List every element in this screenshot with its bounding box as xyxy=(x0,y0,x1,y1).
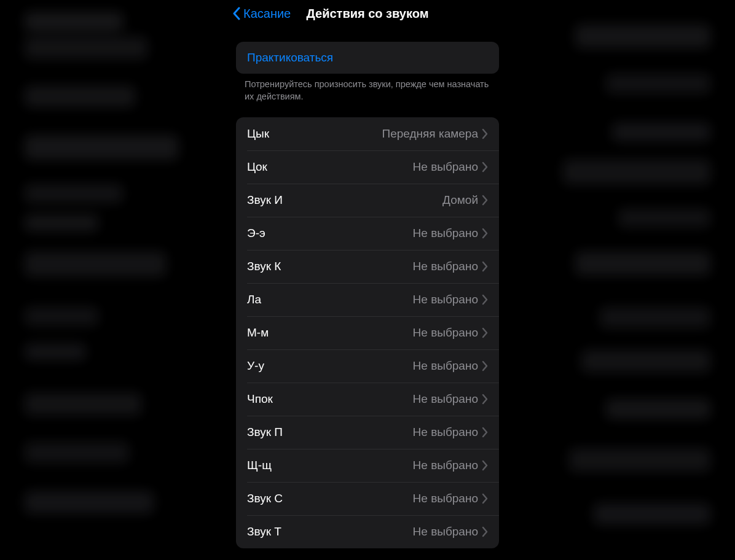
chevron-right-icon xyxy=(482,228,488,239)
sound-row[interactable]: ЛаНе выбрано xyxy=(236,283,499,316)
sound-value: Домой xyxy=(283,193,482,207)
sound-row[interactable]: Щ-щНе выбрано xyxy=(236,449,499,482)
sound-name: Э-э xyxy=(247,227,265,240)
sound-row[interactable]: Звук КНе выбрано xyxy=(236,250,499,283)
chevron-right-icon xyxy=(482,427,488,438)
sound-value: Не выбрано xyxy=(281,260,482,273)
chevron-right-icon xyxy=(482,394,488,405)
chevron-right-icon xyxy=(482,526,488,537)
sound-row[interactable]: Звук ИДомой xyxy=(236,184,499,217)
chevron-right-icon xyxy=(482,360,488,371)
chevron-right-icon xyxy=(482,460,488,471)
sound-value: Не выбрано xyxy=(283,426,482,439)
chevron-right-icon xyxy=(482,294,488,305)
sound-name: Звук С xyxy=(247,492,283,505)
sound-name: Звук К xyxy=(247,260,281,273)
chevron-right-icon xyxy=(482,128,488,139)
sound-value: Не выбрано xyxy=(273,392,482,406)
sound-row[interactable]: Звук СНе выбрано xyxy=(236,482,499,515)
sound-row[interactable]: Э-эНе выбрано xyxy=(236,217,499,250)
practice-label: Практиковаться xyxy=(247,51,333,64)
sound-row[interactable]: М-мНе выбрано xyxy=(236,316,499,349)
background-blur-right xyxy=(514,0,735,560)
practice-button[interactable]: Практиковаться xyxy=(236,42,499,74)
sound-name: У-у xyxy=(247,359,264,373)
sound-name: Ла xyxy=(247,293,261,306)
sound-row[interactable]: ЧпокНе выбрано xyxy=(236,383,499,416)
sound-value: Не выбрано xyxy=(281,525,482,539)
phone-screen: Касание Действия со звуком Практиковатьс… xyxy=(226,0,509,560)
sound-row[interactable]: ЦокНе выбрано xyxy=(236,150,499,184)
sound-value: Не выбрано xyxy=(261,293,482,306)
chevron-right-icon xyxy=(482,161,488,173)
sound-value: Передняя камера xyxy=(269,127,482,141)
background-blur-left xyxy=(0,0,221,560)
sound-value: Не выбрано xyxy=(265,227,482,240)
sound-row[interactable]: У-уНе выбрано xyxy=(236,349,499,383)
chevron-right-icon xyxy=(482,327,488,338)
back-button[interactable]: Касание xyxy=(232,7,291,21)
sound-name: Звук И xyxy=(247,193,283,207)
sound-name: Цок xyxy=(247,160,267,174)
sound-value: Не выбрано xyxy=(269,326,482,340)
sound-row[interactable]: Звук ПНе выбрано xyxy=(236,416,499,449)
sound-name: Чпок xyxy=(247,392,273,406)
sound-value: Не выбрано xyxy=(264,359,482,373)
chevron-right-icon xyxy=(482,195,488,206)
chevron-right-icon xyxy=(482,493,488,504)
sound-name: Щ-щ xyxy=(247,459,272,472)
sound-value: Не выбрано xyxy=(283,492,482,505)
navigation-bar: Касание Действия со звуком xyxy=(226,0,509,27)
sound-name: Звук Т xyxy=(247,525,281,539)
sound-name: М-м xyxy=(247,326,269,340)
chevron-left-icon xyxy=(232,7,241,20)
sounds-group: ЦыкПередняя камераЦокНе выбраноЗвук ИДом… xyxy=(236,117,499,548)
sound-name: Цык xyxy=(247,127,269,141)
sound-row[interactable]: Звук ТНе выбрано xyxy=(236,515,499,548)
sound-name: Звук П xyxy=(247,426,283,439)
sound-value: Не выбрано xyxy=(272,459,482,472)
back-label: Касание xyxy=(243,7,291,21)
practice-footer: Потренируйтесь произносить звуки, прежде… xyxy=(245,79,490,103)
sound-row[interactable]: ЦыкПередняя камера xyxy=(236,117,499,150)
chevron-right-icon xyxy=(482,261,488,272)
practice-group: Практиковаться xyxy=(236,42,499,74)
sound-value: Не выбрано xyxy=(267,160,482,174)
